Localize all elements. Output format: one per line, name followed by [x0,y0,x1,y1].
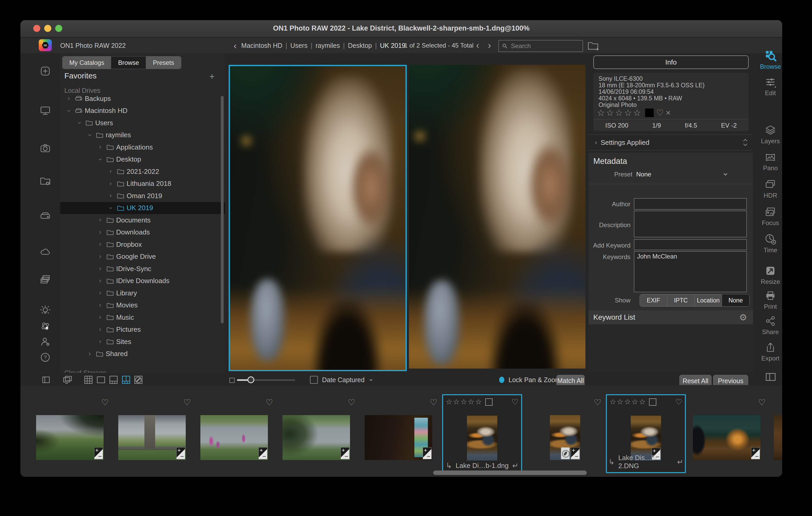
reject-icon[interactable]: × [666,108,671,118]
filmstrip-thumbnail[interactable]: +− [365,415,432,460]
rail-smart-organize-icon[interactable] [39,305,51,316]
tree-item-lithuania-2018[interactable]: Lithuania 2018 [60,178,225,190]
preset-chevron-down-icon[interactable] [722,170,729,178]
filmstrip-thumbnail[interactable] [774,415,782,460]
tree-item-applications[interactable]: Applications [60,141,225,153]
module-pano[interactable]: Pano [758,152,782,172]
compare-image-right[interactable] [409,65,585,369]
compare-image-left[interactable] [229,65,407,371]
tree-item-backups[interactable]: Backups [60,93,225,105]
tree-item-oman-2019[interactable]: Oman 2019 [60,190,225,202]
rail-help-icon[interactable]: ? [39,351,51,363]
module-layers[interactable]: Layers [758,124,782,145]
sort-by-label[interactable]: Date Captured [322,376,365,384]
filmstrip-thumbnail[interactable]: +− [118,415,186,460]
add-favorite-icon[interactable]: + [209,71,214,82]
show-segment-iptc[interactable]: IPTC [667,294,695,306]
match-all-button[interactable]: Match All [556,375,585,386]
tree-item-2021-2022[interactable]: 2021-2022 [60,165,225,178]
breadcrumb-item[interactable]: UK 2019 [379,42,406,50]
star-rating[interactable]: ☆☆☆☆☆ [597,108,642,118]
tree-item-macintosh-hd[interactable]: Macintosh HD [60,105,225,117]
thumb-like-icon[interactable]: ♡ [594,397,602,407]
description-field[interactable] [634,211,747,237]
tree-item-music[interactable]: Music [60,311,225,324]
search-input[interactable] [511,42,577,50]
previous-photo-arrow[interactable]: ‹ [476,38,479,53]
detail-view-icon[interactable] [133,374,144,385]
tree-item-dropbox[interactable]: Dropbox [60,238,225,251]
author-field[interactable] [634,198,747,210]
module-share[interactable]: Share [758,315,782,336]
module-focus[interactable]: Focus [758,206,782,226]
date-captured-checkbox[interactable] [310,376,318,384]
search-box[interactable] [498,40,583,52]
tree-item-pictures[interactable]: Pictures [60,324,225,336]
breadcrumb-item[interactable]: Desktop [347,42,373,50]
breadcrumb-item[interactable]: raymiles [314,42,341,50]
tree-item-google-drive[interactable]: Google Drive [60,251,225,263]
rail-local-drives-icon[interactable] [39,210,51,222]
rail-favorite-folders-icon[interactable] [39,175,51,187]
module-hdr[interactable]: HDR [758,179,782,199]
filmstrip-thumbnail[interactable]: +− [693,415,760,460]
tree-item-library[interactable]: Library [60,287,225,299]
settings-spinner-icon[interactable] [743,138,748,147]
rail-computer-icon[interactable] [39,104,51,116]
tree-item-documents[interactable]: Documents [60,214,225,226]
rail-sync-icon[interactable] [39,320,51,332]
module-browse[interactable]: Browse [758,50,782,70]
settings-applied-row[interactable]: › Settings Applied [588,134,753,151]
rail-cloud-storage-icon[interactable] [39,245,51,257]
thumb-like-icon[interactable]: ♡ [183,397,191,407]
breadcrumb-back-icon[interactable]: ‹ [234,40,236,51]
module-print[interactable]: Print [758,290,782,310]
preset-value[interactable]: None [636,171,651,178]
thumb-like-icon[interactable]: ♡ [348,397,355,407]
tree-item-desktop[interactable]: Desktop [60,153,225,166]
filmstrip-scrollbar[interactable] [433,471,587,475]
tab-presets[interactable]: Presets [146,57,181,69]
thumb-like-icon[interactable]: ♡ [265,397,273,407]
like-icon[interactable]: ♡ [656,108,664,118]
photo-view-icon[interactable] [96,374,106,385]
filmstrip-thumbnail[interactable]: +− [36,415,104,460]
tree-item-idrive-sync[interactable]: IDrive-Sync [60,263,225,275]
title-bar[interactable]: ON1 Photo RAW 2022 - Lake District, Blac… [21,20,782,38]
right-panel-toggle-icon[interactable] [765,371,777,383]
keyword-settings-gear-icon[interactable]: ⚙ [739,312,747,323]
slider-knob[interactable] [248,376,254,383]
info-panel-header[interactable]: Info [593,55,749,69]
sort-chevron-down-icon[interactable] [368,377,374,383]
tree-item-users[interactable]: Users [60,117,225,129]
thumb-like-icon[interactable]: ♡ [101,397,109,407]
grid-view-icon[interactable] [83,374,94,385]
show-segment-exif[interactable]: EXIF [640,294,667,306]
tree-item-downloads[interactable]: Downloads [60,226,225,239]
tab-my-catalogs[interactable]: My Catalogs [62,57,111,69]
filmstrip-thumbnail[interactable]: +− [550,415,580,460]
thumb-star-rating[interactable]: ☆☆☆☆☆ [446,398,483,406]
filmstrip-view-icon[interactable] [108,374,119,385]
rail-add-catalog-icon[interactable] [39,65,51,77]
thumbnail-size-slider[interactable] [237,379,295,381]
thumb-star-rating[interactable]: ☆☆☆☆☆ [610,398,646,406]
module-time[interactable]: Time [758,233,782,254]
folder-tree-scrollbar[interactable] [221,96,224,323]
tree-item-shared[interactable]: Shared [60,348,225,360]
show-segment-location[interactable]: Location [695,294,722,306]
new-folder-icon[interactable] [587,40,599,51]
module-export[interactable]: Export [758,342,782,362]
thumb-like-icon[interactable]: ♡ [758,397,766,407]
module-edit[interactable]: Edit [758,76,782,97]
filmstrip-thumbnail[interactable]: +− [283,415,350,460]
module-resize[interactable]: Resize [758,265,782,285]
filmstrip-cell-selected[interactable]: ☆☆☆☆☆♡+−↳Lake Dis…ll-2.DNG↵ [606,394,686,473]
thumb-like-icon[interactable]: ♡ [512,397,519,406]
rail-account-icon[interactable] [39,336,51,348]
tree-item-movies[interactable]: Movies [60,299,225,311]
rail-albums-icon[interactable] [39,274,51,286]
breadcrumb-item[interactable]: Users [289,42,309,50]
left-panel-toggle-icon[interactable] [41,374,51,385]
breadcrumb-item[interactable]: Macintosh HD [240,42,283,50]
